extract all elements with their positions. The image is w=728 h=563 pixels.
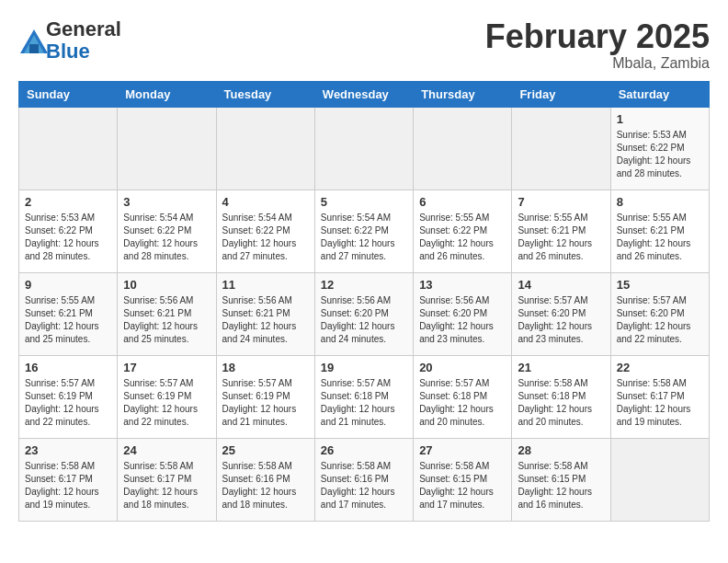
day-info: Sunrise: 5:54 AMSunset: 6:22 PMDaylight:…	[222, 212, 309, 263]
calendar-subtitle: Mbala, Zambia	[485, 55, 710, 72]
day-number: 16	[25, 361, 111, 374]
calendar-cell: 14Sunrise: 5:57 AMSunset: 6:20 PMDayligh…	[512, 272, 610, 355]
calendar-cell: 10Sunrise: 5:56 AMSunset: 6:21 PMDayligh…	[118, 272, 216, 355]
day-info: Sunrise: 5:57 AMSunset: 6:19 PMDaylight:…	[123, 377, 210, 429]
calendar-cell: 1Sunrise: 5:53 AMSunset: 6:22 PMDaylight…	[610, 107, 709, 190]
day-number: 3	[123, 195, 210, 209]
calendar-cell: 15Sunrise: 5:57 AMSunset: 6:20 PMDayligh…	[610, 272, 709, 355]
day-header-friday: Friday	[512, 81, 610, 107]
calendar-cell: 20Sunrise: 5:57 AMSunset: 6:18 PMDayligh…	[414, 355, 512, 438]
calendar-cell	[314, 107, 413, 190]
calendar-cell: 22Sunrise: 5:58 AMSunset: 6:17 PMDayligh…	[610, 355, 709, 438]
day-info: Sunrise: 5:55 AMSunset: 6:21 PMDaylight:…	[25, 294, 111, 346]
day-number: 14	[518, 278, 604, 292]
day-number: 20	[419, 361, 506, 374]
calendar-cell: 4Sunrise: 5:54 AMSunset: 6:22 PMDaylight…	[216, 190, 314, 272]
calendar-week-3: 9Sunrise: 5:55 AMSunset: 6:21 PMDaylight…	[19, 272, 710, 355]
calendar-cell: 18Sunrise: 5:57 AMSunset: 6:19 PMDayligh…	[216, 355, 314, 438]
calendar-cell	[610, 438, 709, 521]
day-number: 24	[123, 443, 210, 457]
calendar-cell: 6Sunrise: 5:55 AMSunset: 6:22 PMDaylight…	[414, 190, 512, 272]
day-number: 8	[617, 195, 703, 209]
calendar-cell	[414, 107, 512, 190]
day-info: Sunrise: 5:57 AMSunset: 6:20 PMDaylight:…	[617, 294, 703, 346]
day-info: Sunrise: 5:56 AMSunset: 6:21 PMDaylight:…	[123, 294, 210, 346]
day-header-wednesday: Wednesday	[314, 81, 413, 107]
day-number: 13	[419, 278, 506, 292]
calendar-cell: 23Sunrise: 5:58 AMSunset: 6:17 PMDayligh…	[19, 438, 118, 521]
calendar-cell: 8Sunrise: 5:55 AMSunset: 6:21 PMDaylight…	[610, 190, 709, 272]
logo-text: General Blue	[46, 18, 121, 63]
logo-icon	[18, 28, 44, 53]
calendar-cell: 13Sunrise: 5:56 AMSunset: 6:20 PMDayligh…	[414, 272, 512, 355]
day-number: 1	[617, 112, 703, 126]
calendar-cell: 7Sunrise: 5:55 AMSunset: 6:21 PMDaylight…	[512, 190, 610, 272]
day-number: 15	[617, 278, 703, 292]
day-number: 25	[222, 443, 309, 457]
day-number: 23	[25, 443, 111, 457]
day-info: Sunrise: 5:57 AMSunset: 6:20 PMDaylight:…	[518, 294, 604, 346]
day-number: 2	[25, 195, 111, 209]
day-number: 19	[321, 361, 407, 374]
calendar-table: SundayMondayTuesdayWednesdayThursdayFrid…	[18, 81, 710, 522]
day-info: Sunrise: 5:57 AMSunset: 6:19 PMDaylight:…	[222, 377, 309, 429]
calendar-week-5: 23Sunrise: 5:58 AMSunset: 6:17 PMDayligh…	[19, 438, 710, 521]
page-header: General Blue February 2025 Mbala, Zambia	[18, 18, 710, 72]
calendar-cell: 9Sunrise: 5:55 AMSunset: 6:21 PMDaylight…	[19, 272, 118, 355]
calendar-week-4: 16Sunrise: 5:57 AMSunset: 6:19 PMDayligh…	[19, 355, 710, 438]
title-section: February 2025 Mbala, Zambia	[485, 18, 710, 72]
calendar-cell: 3Sunrise: 5:54 AMSunset: 6:22 PMDaylight…	[118, 190, 216, 272]
day-info: Sunrise: 5:58 AMSunset: 6:17 PMDaylight:…	[25, 460, 111, 511]
day-number: 5	[321, 195, 407, 209]
days-of-week-row: SundayMondayTuesdayWednesdayThursdayFrid…	[19, 81, 710, 107]
calendar-cell: 17Sunrise: 5:57 AMSunset: 6:19 PMDayligh…	[118, 355, 216, 438]
day-header-monday: Monday	[118, 81, 216, 107]
day-info: Sunrise: 5:58 AMSunset: 6:15 PMDaylight:…	[518, 460, 604, 511]
day-info: Sunrise: 5:56 AMSunset: 6:20 PMDaylight:…	[321, 294, 407, 346]
day-info: Sunrise: 5:57 AMSunset: 6:18 PMDaylight:…	[321, 377, 407, 429]
day-info: Sunrise: 5:55 AMSunset: 6:22 PMDaylight:…	[419, 212, 506, 263]
calendar-cell	[19, 107, 118, 190]
day-info: Sunrise: 5:58 AMSunset: 6:17 PMDaylight:…	[617, 377, 703, 429]
day-info: Sunrise: 5:58 AMSunset: 6:17 PMDaylight:…	[123, 460, 210, 511]
calendar-cell: 21Sunrise: 5:58 AMSunset: 6:18 PMDayligh…	[512, 355, 610, 438]
calendar-cell: 26Sunrise: 5:58 AMSunset: 6:16 PMDayligh…	[314, 438, 413, 521]
day-info: Sunrise: 5:57 AMSunset: 6:19 PMDaylight:…	[25, 377, 111, 429]
calendar-cell: 11Sunrise: 5:56 AMSunset: 6:21 PMDayligh…	[216, 272, 314, 355]
day-info: Sunrise: 5:53 AMSunset: 6:22 PMDaylight:…	[617, 129, 703, 180]
day-info: Sunrise: 5:58 AMSunset: 6:18 PMDaylight:…	[518, 377, 604, 429]
day-info: Sunrise: 5:56 AMSunset: 6:20 PMDaylight:…	[419, 294, 506, 346]
calendar-header: SundayMondayTuesdayWednesdayThursdayFrid…	[19, 81, 710, 107]
svg-rect-2	[29, 44, 39, 53]
calendar-cell: 16Sunrise: 5:57 AMSunset: 6:19 PMDayligh…	[19, 355, 118, 438]
logo-blue: Blue	[46, 40, 90, 63]
day-info: Sunrise: 5:58 AMSunset: 6:16 PMDaylight:…	[222, 460, 309, 511]
calendar-week-2: 2Sunrise: 5:53 AMSunset: 6:22 PMDaylight…	[19, 190, 710, 272]
day-number: 26	[321, 443, 407, 457]
calendar-cell: 2Sunrise: 5:53 AMSunset: 6:22 PMDaylight…	[19, 190, 118, 272]
day-info: Sunrise: 5:58 AMSunset: 6:16 PMDaylight:…	[321, 460, 407, 511]
day-number: 28	[518, 443, 604, 457]
day-info: Sunrise: 5:55 AMSunset: 6:21 PMDaylight:…	[518, 212, 604, 263]
calendar-cell: 12Sunrise: 5:56 AMSunset: 6:20 PMDayligh…	[314, 272, 413, 355]
calendar-cell: 5Sunrise: 5:54 AMSunset: 6:22 PMDaylight…	[314, 190, 413, 272]
day-number: 6	[419, 195, 506, 209]
day-number: 22	[617, 361, 703, 374]
calendar-cell	[118, 107, 216, 190]
day-number: 17	[123, 361, 210, 374]
day-info: Sunrise: 5:58 AMSunset: 6:15 PMDaylight:…	[419, 460, 506, 511]
day-number: 21	[518, 361, 604, 374]
calendar-week-1: 1Sunrise: 5:53 AMSunset: 6:22 PMDaylight…	[19, 107, 710, 190]
day-number: 27	[419, 443, 506, 457]
day-header-saturday: Saturday	[610, 81, 709, 107]
day-info: Sunrise: 5:53 AMSunset: 6:22 PMDaylight:…	[25, 212, 111, 263]
day-number: 9	[25, 278, 111, 292]
day-info: Sunrise: 5:54 AMSunset: 6:22 PMDaylight:…	[123, 212, 210, 263]
day-number: 12	[321, 278, 407, 292]
day-info: Sunrise: 5:55 AMSunset: 6:21 PMDaylight:…	[617, 212, 703, 263]
day-header-thursday: Thursday	[414, 81, 512, 107]
day-header-tuesday: Tuesday	[216, 81, 314, 107]
day-number: 10	[123, 278, 210, 292]
day-header-sunday: Sunday	[19, 81, 118, 107]
day-info: Sunrise: 5:56 AMSunset: 6:21 PMDaylight:…	[222, 294, 309, 346]
